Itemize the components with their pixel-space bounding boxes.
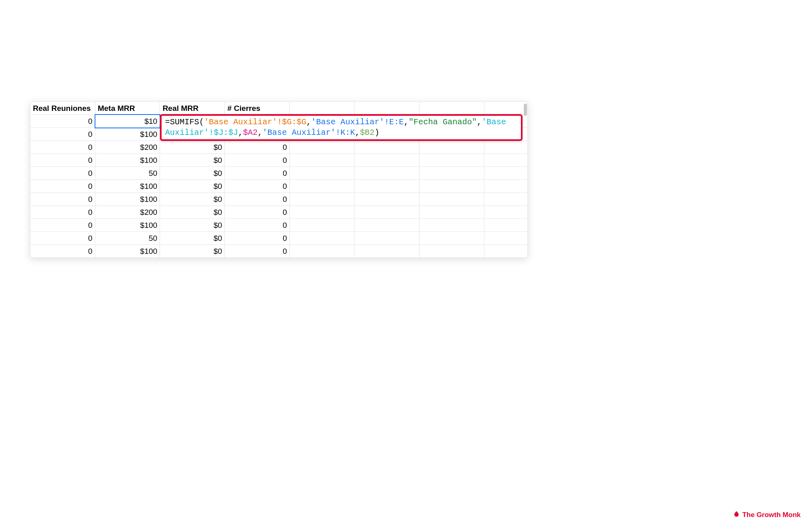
- cell[interactable]: 0: [30, 167, 95, 180]
- vertical-scrollbar[interactable]: [524, 104, 527, 116]
- cell[interactable]: 0: [225, 245, 290, 258]
- cell[interactable]: $100: [95, 245, 160, 258]
- cell[interactable]: [289, 232, 354, 245]
- cell[interactable]: [419, 245, 484, 258]
- cell[interactable]: [354, 141, 419, 154]
- cell[interactable]: [484, 206, 527, 219]
- cell[interactable]: 50: [95, 232, 160, 245]
- cell[interactable]: 0: [225, 167, 290, 180]
- cell[interactable]: 0: [30, 245, 95, 258]
- cell[interactable]: 0: [225, 141, 290, 154]
- cell[interactable]: [419, 206, 484, 219]
- col-header-empty[interactable]: [289, 102, 354, 115]
- formula-token: $A2: [243, 128, 257, 137]
- table-row: 0 $100 $0 0: [30, 219, 528, 232]
- cell[interactable]: [419, 232, 484, 245]
- cell[interactable]: [289, 154, 354, 167]
- formula-token: 'Base Auxiliar'!E:E: [311, 117, 404, 127]
- cell[interactable]: $100: [95, 154, 160, 167]
- cell[interactable]: [484, 167, 527, 180]
- cell[interactable]: [354, 154, 419, 167]
- cell[interactable]: 0: [30, 232, 95, 245]
- cell[interactable]: [419, 193, 484, 206]
- cell-selected[interactable]: $10 ?: [95, 115, 160, 128]
- table-row: 0 $100 $0 0: [30, 193, 528, 206]
- cell[interactable]: 0: [30, 115, 95, 128]
- cell[interactable]: [484, 154, 527, 167]
- cell[interactable]: [419, 154, 484, 167]
- cell[interactable]: 0: [225, 232, 290, 245]
- cell[interactable]: 0: [30, 180, 95, 193]
- table-row: 0 $10 ? =SUMIFS('Base Auxiliar'!$G:$G,'B…: [30, 115, 528, 128]
- cell[interactable]: [484, 193, 527, 206]
- formula-token: 'Base Auxiliar'!K:K: [262, 128, 355, 137]
- cell[interactable]: [354, 193, 419, 206]
- cell[interactable]: $0: [160, 206, 225, 219]
- cell[interactable]: $100: [95, 219, 160, 232]
- cell[interactable]: $0: [160, 193, 225, 206]
- table-row: 0 50 $0 0: [30, 167, 528, 180]
- col-header-real-mrr[interactable]: Real MRR: [160, 102, 225, 115]
- cell[interactable]: 0: [225, 193, 290, 206]
- cell[interactable]: $200: [95, 206, 160, 219]
- cell[interactable]: $0: [160, 154, 225, 167]
- cell[interactable]: $100: [95, 128, 160, 141]
- cell[interactable]: $0: [160, 180, 225, 193]
- col-header-meta-mrr[interactable]: Meta MRR: [95, 102, 160, 115]
- cell[interactable]: 0: [30, 128, 95, 141]
- cell[interactable]: 0: [30, 219, 95, 232]
- cell[interactable]: 50: [95, 167, 160, 180]
- cell[interactable]: [484, 180, 527, 193]
- cell[interactable]: [354, 219, 419, 232]
- cell[interactable]: [484, 245, 527, 258]
- spreadsheet-container: Real Reuniones Meta MRR Real MRR # Cierr…: [30, 102, 528, 258]
- cell[interactable]: 0: [225, 154, 290, 167]
- table-row: 0 $100 $0 0: [30, 180, 528, 193]
- brand-icon: [733, 511, 740, 519]
- cell[interactable]: $100: [95, 180, 160, 193]
- cell[interactable]: [289, 167, 354, 180]
- cell[interactable]: [419, 219, 484, 232]
- cell[interactable]: $0: [160, 141, 225, 154]
- cell[interactable]: 0: [225, 206, 290, 219]
- col-header-real-reuniones[interactable]: Real Reuniones: [30, 102, 95, 115]
- cell[interactable]: [419, 141, 484, 154]
- cell[interactable]: $200: [95, 141, 160, 154]
- cell[interactable]: [484, 141, 527, 154]
- cell[interactable]: [289, 141, 354, 154]
- cell[interactable]: [289, 245, 354, 258]
- cell[interactable]: [289, 193, 354, 206]
- cell[interactable]: $100: [95, 193, 160, 206]
- cell[interactable]: [484, 219, 527, 232]
- cell[interactable]: 0: [30, 193, 95, 206]
- cell[interactable]: [289, 219, 354, 232]
- cell[interactable]: [289, 206, 354, 219]
- cell[interactable]: $0: [160, 245, 225, 258]
- col-header-cierres[interactable]: # Cierres: [225, 102, 290, 115]
- table-row: 0 $200 $0 0: [30, 206, 528, 219]
- col-header-empty[interactable]: [484, 102, 527, 115]
- cell[interactable]: 0: [30, 154, 95, 167]
- col-header-empty[interactable]: [354, 102, 419, 115]
- cell[interactable]: [419, 167, 484, 180]
- cell[interactable]: $0: [160, 167, 225, 180]
- formula-token: "Fecha Ganado": [409, 117, 477, 127]
- formula-overlay[interactable]: =SUMIFS('Base Auxiliar'!$G:$G,'Base Auxi…: [160, 114, 523, 141]
- cell[interactable]: [419, 180, 484, 193]
- cell[interactable]: [354, 245, 419, 258]
- cell[interactable]: $0: [160, 219, 225, 232]
- cell[interactable]: 0: [225, 180, 290, 193]
- col-header-empty[interactable]: [419, 102, 484, 115]
- cell[interactable]: 0: [225, 219, 290, 232]
- cell[interactable]: 0: [30, 141, 95, 154]
- cell[interactable]: 0: [30, 206, 95, 219]
- cell[interactable]: [484, 232, 527, 245]
- table-row: 0 50 $0 0: [30, 232, 528, 245]
- cell-formula-editing[interactable]: =SUMIFS('Base Auxiliar'!$G:$G,'Base Auxi…: [160, 115, 225, 128]
- cell[interactable]: [354, 180, 419, 193]
- cell[interactable]: [354, 167, 419, 180]
- cell[interactable]: [289, 180, 354, 193]
- cell[interactable]: [354, 206, 419, 219]
- cell[interactable]: $0: [160, 232, 225, 245]
- cell[interactable]: [354, 232, 419, 245]
